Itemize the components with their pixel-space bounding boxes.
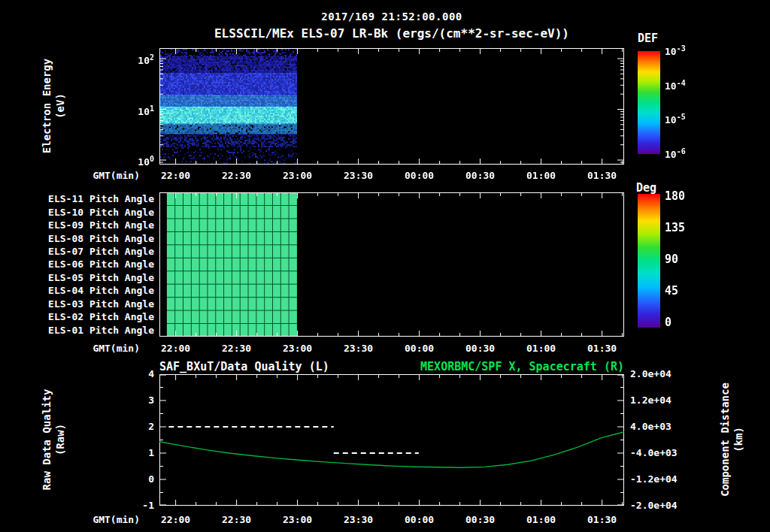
pitch-row-label: ELS-08 Pitch Angle [15, 231, 154, 244]
gmt-label-panel1: GMT(min) [74, 170, 140, 182]
x-tick-label: 22:00 [153, 514, 199, 526]
x-tick-label: 00:30 [458, 514, 503, 526]
axes-frame [160, 375, 624, 506]
right-y-tick-label: 4.0e+03 [630, 421, 671, 433]
colorbar-tick-label: 10-4 [665, 79, 686, 92]
x-tick-label: 22:30 [214, 343, 259, 355]
ylabel-line: (Raw) [53, 357, 67, 522]
deg-colorbar [638, 194, 660, 328]
quality-distance-panel [159, 374, 624, 506]
spectrogram-y-axis-title: Electron Energy (eV) [40, 23, 67, 189]
right-y-tick-label: -1.2e+04 [630, 473, 678, 485]
colorbar-tick-label: 90 [665, 252, 678, 266]
y-tick-label: 3 [113, 394, 154, 407]
y-tick-label: 102 [111, 52, 154, 67]
distance-y-axis-title: Component Distance (km) [718, 357, 745, 522]
def-colorbar-title: DEF [638, 32, 658, 45]
x-tick-label: 00:00 [397, 514, 442, 526]
colorbar-tick-label: 45 [665, 284, 678, 298]
amda-science-plot-page: 2017/169 21:52:00.000 ELSSCIL/MEx ELS-07… [0, 0, 770, 532]
right-y-tick-label: -2.0e+04 [630, 500, 678, 512]
pitch-row-label: ELS-07 Pitch Angle [15, 245, 154, 258]
x-tick-label: 01:30 [580, 343, 625, 355]
pitch-row-label: ELS-09 Pitch Angle [15, 219, 154, 231]
right-y-tick-label: 1.2e+04 [630, 394, 671, 407]
instrument-title: ELSSCIL/MEx ELS-07 LR-Bk (ergs/(cm**2-sr… [159, 26, 624, 41]
x-tick-label: 01:00 [519, 170, 564, 182]
colorbar-tick-label: 180 [665, 189, 685, 203]
pitch-angle-panel [159, 192, 624, 337]
y-tick-label: 100 [111, 153, 154, 168]
colorbar-tick-label: 135 [665, 221, 685, 234]
spectrogram-panel [159, 48, 624, 165]
pitch-row-label: ELS-02 Pitch Angle [15, 310, 154, 323]
def-colorbar [638, 51, 660, 154]
y-tick-label: 1 [113, 447, 154, 459]
ylabel-line: Raw Data Quality [40, 357, 53, 522]
axes-frame [160, 49, 624, 165]
x-tick-label: 00:30 [458, 170, 503, 182]
pitch-row-label: ELS-04 Pitch Angle [15, 284, 154, 297]
ylabel-line: (eV) [53, 23, 67, 189]
gmt-label-panel2: GMT(min) [74, 343, 140, 355]
pitch-row-label: ELS-05 Pitch Angle [15, 271, 154, 284]
deg-colorbar-title: Deg [636, 181, 656, 195]
colorbar-tick-label: 10-6 [665, 147, 686, 160]
spectrogram-axes [159, 48, 624, 165]
spacecraft-x-curve [159, 432, 624, 468]
ylabel-line: (km) [732, 357, 745, 522]
x-tick-label: 00:00 [397, 343, 442, 355]
x-tick-label: 00:00 [397, 170, 442, 182]
y-tick-label: 101 [111, 103, 154, 118]
ylabel-line: Component Distance [718, 357, 732, 522]
right-y-tick-label: 2.0e+04 [630, 368, 671, 380]
pitch-row-label: ELS-06 Pitch Angle [15, 258, 154, 271]
pitch-row-label: ELS-10 Pitch Angle [15, 205, 154, 218]
gmt-label-panel3: GMT(min) [74, 514, 140, 526]
x-tick-label: 23:00 [275, 170, 320, 182]
line-chart-plot [159, 374, 624, 506]
timestamp-title: 2017/169 21:52:00.000 [159, 11, 624, 23]
colorbar-tick-label: 10-3 [665, 44, 686, 57]
x-tick-label: 23:00 [275, 343, 320, 355]
pitch-row-label: ELS-11 Pitch Angle [15, 192, 154, 205]
ylabel-line: Electron Energy [40, 23, 53, 189]
y-tick-label: 4 [113, 368, 154, 380]
colorbar-tick-label: 0 [665, 316, 671, 329]
x-tick-label: 00:30 [458, 343, 503, 355]
x-tick-label: 23:00 [275, 514, 320, 526]
x-tick-label: 23:30 [336, 170, 381, 182]
colorbar-tick-label: 10-5 [665, 113, 686, 125]
quality-y-axis-title: Raw Data Quality (Raw) [40, 357, 67, 522]
pitch-angle-plot [159, 192, 624, 337]
x-tick-label: 23:30 [336, 343, 381, 355]
x-tick-label: 01:30 [580, 514, 625, 526]
x-tick-label: 01:00 [519, 343, 564, 355]
pitch-row-label: ELS-03 Pitch Angle [15, 298, 154, 310]
x-tick-label: 22:30 [214, 170, 259, 182]
x-tick-label: 22:30 [214, 514, 259, 526]
x-tick-label: 22:00 [153, 343, 199, 355]
y-tick-label: 2 [113, 421, 154, 433]
x-tick-label: 23:30 [336, 514, 381, 526]
x-tick-label: 01:00 [519, 514, 564, 526]
pitch-row-label: ELS-01 Pitch Angle [15, 324, 154, 337]
x-tick-label: 22:00 [153, 170, 199, 182]
right-y-tick-label: -4.0e+03 [630, 447, 678, 459]
y-tick-label: 0 [113, 473, 154, 485]
pitch-angle-row-labels: ELS-11 Pitch Angle ELS-10 Pitch Angle EL… [15, 192, 154, 337]
y-tick-label: -1 [113, 500, 154, 512]
x-tick-label: 01:30 [580, 170, 625, 182]
right-axis-series-title: MEXORBMC/SPF X, Spacecraft (R) [159, 360, 624, 373]
